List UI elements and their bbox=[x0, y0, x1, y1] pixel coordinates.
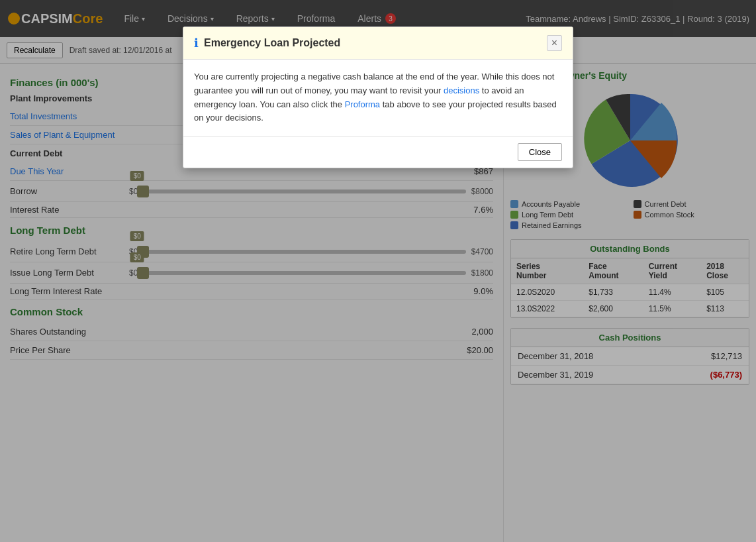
modal-title: Emergency Loan Projected bbox=[204, 37, 340, 49]
modal-body: You are currently projecting a negative … bbox=[183, 60, 573, 136]
modal-close-x-button[interactable]: × bbox=[547, 35, 562, 51]
modal-close-button[interactable]: Close bbox=[518, 143, 562, 161]
modal-body-text: You are currently projecting a negative … bbox=[194, 70, 562, 125]
modal-footer: Close bbox=[183, 136, 573, 168]
modal-title-row: ℹ Emergency Loan Projected bbox=[194, 36, 340, 50]
modal-header: ℹ Emergency Loan Projected × bbox=[183, 27, 573, 60]
modal-overlay[interactable]: ℹ Emergency Loan Projected × You are cur… bbox=[0, 0, 756, 542]
modal-info-icon: ℹ bbox=[194, 36, 199, 50]
emergency-loan-modal: ℹ Emergency Loan Projected × You are cur… bbox=[183, 27, 573, 168]
